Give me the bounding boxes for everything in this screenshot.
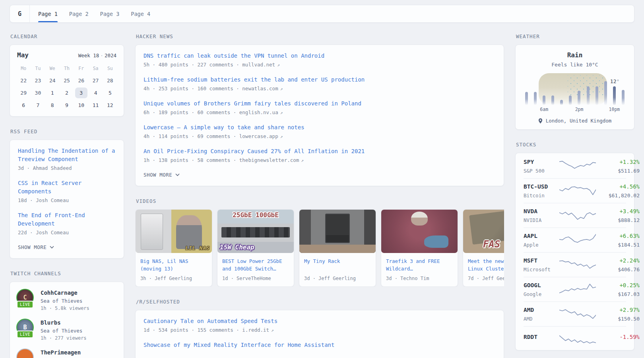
stock-row[interactable]: MSFTMicrosoft+2.24%$406.76 <box>524 252 626 277</box>
video-title-link[interactable]: Big NAS, Lil NAS (moving 13) <box>140 257 207 272</box>
weather-section-label: WEATHER <box>516 33 634 39</box>
video-thumbnail[interactable]: LIL NAS <box>136 210 212 253</box>
twitch-channel-row[interactable]: ThePrimeagen <box>16 348 117 358</box>
hn-item: Lowercase – A simple way to take and sha… <box>144 123 496 139</box>
rss-section-label: RSS FEED <box>10 128 123 134</box>
stock-row[interactable]: BTC-USDBitcoin+4.56%$61,820.02 <box>524 178 626 203</box>
video-thumbnail[interactable]: FAS <box>463 210 504 253</box>
channel-name-link[interactable]: CohhCarnage <box>41 290 89 296</box>
post-title-link[interactable]: Lowercase – A simple way to take and sha… <box>144 123 496 132</box>
weather-bar <box>578 91 580 105</box>
calendar-day[interactable]: 29 <box>16 87 31 99</box>
calendar-day[interactable]: 12 <box>103 99 117 111</box>
calendar-day[interactable]: 22 <box>16 74 31 87</box>
calendar-day[interactable]: 5 <box>103 87 117 99</box>
weather-widget: WEATHER Rain Feels like 10°C 12° 6am2pm1… <box>515 33 634 130</box>
post-title-link[interactable]: An Oil Price-Fixing Conspiracy Caused 27… <box>144 147 496 156</box>
stock-values: -1.59% <box>596 334 640 343</box>
stock-row[interactable]: RDDT-1.59% <box>524 326 626 349</box>
channel-name-link[interactable]: Blurbs <box>41 319 87 326</box>
calendar-day[interactable]: 24 <box>45 74 60 87</box>
post-title-link[interactable]: DNS traffic can leak outside the VPN tun… <box>144 52 496 60</box>
post-title-link[interactable]: Handling The Indentation of a Treeview C… <box>18 147 116 163</box>
calendar-day[interactable]: 8 <box>45 99 60 111</box>
rss-item: The End of Front-End Development22d · Jo… <box>18 211 116 235</box>
weather-bar <box>596 86 598 105</box>
weather-bar <box>551 95 554 105</box>
stock-sparkline <box>559 160 596 173</box>
post-title-link[interactable]: Lithium-free sodium batteries exit the l… <box>144 76 496 84</box>
tab-page-3[interactable]: Page 3 <box>100 5 120 22</box>
weather-bar <box>587 86 590 105</box>
calendar-day[interactable]: 1 <box>45 87 60 99</box>
stock-ticker: AAPL <box>524 233 559 239</box>
stock-sparkline <box>559 283 596 296</box>
stock-name: AMD <box>524 316 559 322</box>
calendar-day[interactable]: 27 <box>88 74 103 87</box>
calendar-day[interactable]: 9 <box>60 99 74 111</box>
calendar-day[interactable]: 11 <box>88 99 103 111</box>
post-meta: 3d · Ahmad Shadeed <box>18 165 116 171</box>
calendar-day[interactable]: 25 <box>60 74 74 87</box>
post-title-link[interactable]: Showcase of my Mixed Reality Interface f… <box>144 341 496 349</box>
post-title-link[interactable]: The End of Front-End Development <box>18 211 116 228</box>
calendar-day[interactable]: 7 <box>31 99 45 111</box>
calendar-day[interactable]: 4 <box>88 87 103 99</box>
calendar-day[interactable]: 10 <box>74 99 88 111</box>
twitch-channel-row[interactable]: CLIVECohhCarnageSea of Thieves1h · 5.8k … <box>16 289 117 311</box>
external-link-icon: ↗ <box>271 328 274 333</box>
stock-change: +1.32% <box>596 159 640 165</box>
live-badge: LIVE <box>17 301 33 308</box>
stock-row[interactable]: GOOGLGoogle+0.25%$167.03 <box>524 277 626 302</box>
stock-ticker: BTC-USD <box>524 183 559 190</box>
post-title-link[interactable]: Cautionary Tale on Automated Speed Tests <box>144 317 496 325</box>
sparkline-chart <box>559 331 596 345</box>
stocks-widget: STOCKS SPYS&P 500+1.32%$511.69BTC-USDBit… <box>515 142 634 350</box>
calendar-day[interactable]: 28 <box>103 74 117 87</box>
stock-row[interactable]: SPYS&P 500+1.32%$511.69 <box>524 154 626 178</box>
post-title-link[interactable]: CSS in React Server Components <box>18 179 116 196</box>
app-logo[interactable]: G <box>10 5 30 22</box>
calendar-day[interactable]: 2 <box>60 87 74 99</box>
post-title-link[interactable]: Unique volumes of Brothers Grimm fairy t… <box>144 99 496 108</box>
twitch-section-label: TWITCH CHANNELS <box>10 270 123 276</box>
calendar-day[interactable]: 6 <box>16 99 31 111</box>
channel-info: BlurbsSea of Thieves1h · 277 viewers <box>41 319 87 341</box>
stock-sparkline <box>559 258 596 272</box>
calendar-day[interactable]: 23 <box>31 74 45 87</box>
calendar-day[interactable]: 30 <box>31 87 45 99</box>
stock-sparkline <box>559 184 596 198</box>
calendar-day-selected[interactable]: 3 <box>74 87 88 99</box>
stock-row[interactable]: AAPLApple+6.63%$184.51 <box>524 228 626 252</box>
video-title-link[interactable]: My Tiny Rack <box>304 257 371 272</box>
video-title-link[interactable]: Traefik 3 and FREE Wildcard… <box>386 257 453 272</box>
video-card: FASMeet the new Linux Cluster7d · Jeff G… <box>463 209 504 287</box>
weather-feels-like: Feels like 10°C <box>524 62 625 68</box>
video-thumbnail[interactable] <box>299 210 376 253</box>
video-thumbnail[interactable]: 25GbE 100GbE15W Cheap <box>217 210 294 253</box>
video-title-link[interactable]: Meet the new Linux Cluster <box>468 257 504 272</box>
stock-values: +4.56%$61,820.02 <box>596 183 640 198</box>
hn-item: Lithium-free sodium batteries exit the l… <box>144 76 496 91</box>
stock-price: $511.69 <box>596 168 640 174</box>
hn-item: Unique volumes of Brothers Grimm fairy t… <box>144 99 496 115</box>
calendar-day[interactable]: 26 <box>74 74 88 87</box>
chevron-down-icon <box>175 173 180 176</box>
show-more-button[interactable]: SHOW MORE <box>18 243 54 255</box>
video-meta: 1d · ServeTheHome <box>222 276 289 281</box>
calendar-day-header: Mo <box>16 62 31 74</box>
video-thumbnail[interactable] <box>381 210 458 253</box>
twitch-channel-row[interactable]: BLIVEBlurbsSea of Thieves1h · 277 viewer… <box>16 319 117 341</box>
calendar-grid: MoTuWeThFrSaSu22232425262728293012345678… <box>16 62 117 111</box>
show-more-button[interactable]: SHOW MORE <box>144 171 180 183</box>
calendar-day-header: Sa <box>88 62 103 74</box>
tab-page-4[interactable]: Page 4 <box>131 5 150 22</box>
stock-row[interactable]: NVDANVIDIA+3.49%$888.12 <box>524 203 626 228</box>
tab-page-1[interactable]: Page 1 <box>38 5 58 22</box>
video-title-link[interactable]: BEST Low Power 25GbE and 100GbE Switch… <box>222 257 289 272</box>
stock-row[interactable]: AMDAMD+2.97%$150.50 <box>524 302 626 326</box>
hn-item: DNS traffic can leak outside the VPN tun… <box>144 52 496 68</box>
tab-page-2[interactable]: Page 2 <box>69 5 89 22</box>
map-pin-icon <box>538 118 543 124</box>
channel-name-link[interactable]: ThePrimeagen <box>41 349 81 356</box>
